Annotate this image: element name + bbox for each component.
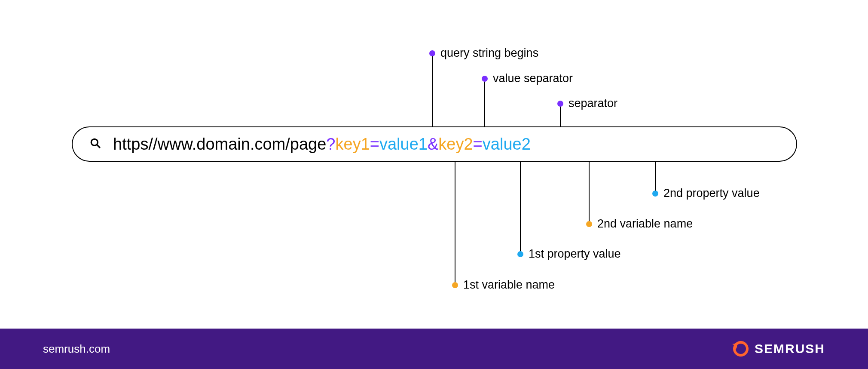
annotation-var1: 1st variable name xyxy=(452,278,555,292)
url-eq2: = xyxy=(473,135,483,153)
dot-icon xyxy=(557,101,563,107)
annotation-pval1: 1st property value xyxy=(517,247,621,261)
leader-pval1 xyxy=(520,162,521,253)
footer-site: semrush.com xyxy=(43,342,110,356)
annotation-pval2: 2nd property value xyxy=(652,187,760,200)
annotation-label: value separator xyxy=(493,72,573,85)
annotation-label: 1st property value xyxy=(529,247,621,261)
url-val1: value1 xyxy=(379,135,428,153)
dot-icon xyxy=(652,191,658,197)
annotation-var2: 2nd variable name xyxy=(586,217,693,231)
url-bar: https//www.domain.com/page?key1=value1&k… xyxy=(72,126,797,162)
url-qmark: ? xyxy=(326,135,335,153)
annotation-query-begins: query string begins xyxy=(429,46,538,60)
annotation-label: query string begins xyxy=(440,46,538,60)
dot-icon xyxy=(452,282,458,288)
brand-logo: SEMRUSH xyxy=(730,340,825,358)
dot-icon xyxy=(586,221,592,227)
flame-icon xyxy=(730,340,749,358)
footer: semrush.com SEMRUSH xyxy=(0,329,868,369)
url-eq1: = xyxy=(370,135,379,153)
url-base: https//www.domain.com/page xyxy=(113,135,326,153)
leader-var1 xyxy=(455,162,455,284)
url-text: https//www.domain.com/page?key1=value1&k… xyxy=(113,135,531,154)
annotation-label: 2nd property value xyxy=(663,187,760,200)
annotation-label: separator xyxy=(568,97,617,110)
annotation-label: 2nd variable name xyxy=(597,217,693,231)
url-amp: & xyxy=(428,135,438,153)
annotation-label: 1st variable name xyxy=(463,278,555,292)
brand-name: SEMRUSH xyxy=(755,341,825,356)
dot-icon xyxy=(517,251,523,257)
dot-icon xyxy=(429,50,435,56)
url-key2: key2 xyxy=(438,135,473,153)
annotation-value-sep: value separator xyxy=(482,72,573,85)
leader-value-sep xyxy=(484,81,485,126)
dot-icon xyxy=(482,76,488,82)
url-key1: key1 xyxy=(336,135,370,153)
search-icon xyxy=(90,138,101,151)
svg-point-0 xyxy=(91,139,98,145)
diagram-canvas: query string begins value separator sepa… xyxy=(0,0,868,369)
svg-line-1 xyxy=(97,145,100,148)
url-val2: value2 xyxy=(483,135,531,153)
leader-query-begins xyxy=(432,56,433,126)
leader-var2 xyxy=(589,162,590,223)
annotation-separator: separator xyxy=(557,97,617,110)
